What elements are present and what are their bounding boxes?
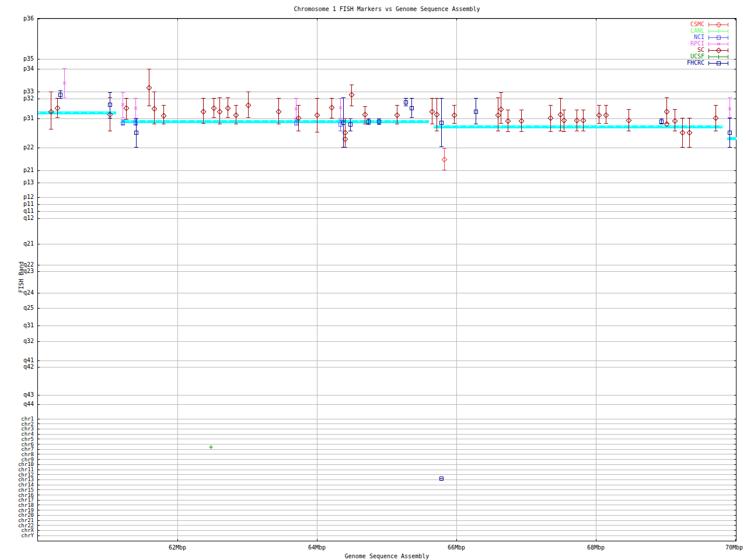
error-bar-cap — [315, 98, 319, 99]
error-bar-cap — [597, 123, 601, 124]
error-bar-cap — [338, 98, 343, 99]
marker-square — [659, 120, 664, 124]
error-bar-cap — [277, 124, 281, 124]
error-bar-cap — [296, 131, 301, 131]
error-bar-cap — [439, 98, 444, 99]
error-bar-cap — [49, 92, 53, 92]
error-bar-cap — [58, 90, 62, 91]
error-bar-cap — [549, 105, 553, 106]
y-tick-label: p35 — [4, 56, 34, 62]
error-bar-cap — [728, 97, 732, 98]
error-bar-cap — [442, 148, 446, 149]
error-bar-cap — [330, 118, 334, 118]
legend-label-sc: SC — [662, 47, 704, 53]
error-bar-cap — [212, 117, 216, 118]
error-bar-cap — [562, 131, 566, 132]
y-tick-label: p22 — [4, 145, 34, 150]
error-bar-cap — [134, 147, 138, 148]
error-bar-cap — [226, 97, 230, 98]
error-bar-cap — [714, 105, 718, 106]
error-bar-cap — [121, 120, 125, 120]
fish-band-line — [727, 137, 736, 140]
marker-square — [474, 110, 478, 114]
error-bar-cap — [350, 85, 354, 85]
marker-square — [121, 121, 125, 125]
error-bar-cap — [338, 131, 343, 131]
marker-square — [439, 477, 444, 481]
marker-square — [294, 121, 298, 125]
error-bar-cap — [296, 105, 301, 106]
marker-square — [366, 120, 371, 124]
error-bar-cap — [474, 98, 478, 99]
marker-square — [348, 123, 352, 127]
error-bar-cap — [341, 97, 345, 98]
legend-label-fhcrc: FHCRC — [662, 60, 704, 66]
error-bar-cap — [659, 124, 664, 124]
plot-area: p36p35p34p33p32p31p22p21p13p12p11q11q12q… — [0, 0, 747, 560]
error-bar-cap — [246, 117, 250, 118]
error-bar-cap — [474, 124, 478, 124]
marker-square — [58, 93, 62, 97]
error-bar-cap — [147, 69, 151, 69]
legend-sample-cap — [708, 61, 709, 65]
legend-sample-cap — [728, 48, 728, 52]
error-bar-cap — [558, 98, 563, 99]
y-tick-label: p12 — [4, 194, 34, 200]
error-bar-cap — [62, 68, 67, 69]
error-bar-cap — [452, 105, 456, 106]
error-bar-cap — [343, 118, 347, 119]
x-tick-label: 62Mbp — [169, 545, 186, 551]
y-tick-label: q32 — [4, 338, 34, 344]
y-tick-label: q21 — [4, 241, 34, 247]
error-bar-cap — [226, 117, 230, 118]
y-tick-label: p31 — [4, 116, 34, 121]
error-bar-cap — [496, 97, 500, 98]
legend-sample-cap — [708, 48, 709, 52]
marker-square — [341, 121, 345, 125]
marker-square — [717, 61, 721, 65]
legend-sample-cap — [708, 29, 709, 33]
legend-sample-cap — [728, 36, 728, 40]
marker-arm — [718, 29, 719, 33]
marker-square — [439, 121, 444, 125]
error-bar-cap — [439, 146, 444, 147]
error-bar-cap — [201, 98, 205, 99]
x-tick-label: 70Mbp — [725, 545, 743, 551]
error-bar-cap — [377, 124, 381, 125]
error-bar-cap — [108, 92, 112, 93]
error-bar-cap — [147, 106, 151, 106]
error-bar-cap — [604, 123, 608, 124]
error-bar-cap — [714, 131, 718, 131]
legend-label-csmc: CSMC — [662, 22, 704, 27]
y-tick-label: q22 — [4, 262, 34, 268]
x-tick-label: 64Mbp — [308, 545, 326, 551]
error-bar-cap — [442, 170, 446, 170]
error-bar-cap — [404, 106, 408, 106]
marker-arm — [718, 55, 719, 59]
error-bar-cap — [108, 131, 112, 131]
error-bar-cap — [246, 92, 250, 92]
error-bar-cap — [124, 119, 128, 120]
legend-label-ucsf: UCSF — [662, 54, 704, 60]
error-bar-cap — [338, 118, 343, 118]
x-tick-label: 68Mbp — [587, 545, 605, 551]
error-bar-cap — [575, 131, 579, 131]
legend-sample-cap — [728, 55, 728, 59]
legend-sample-cap — [708, 23, 709, 27]
y-tick-label: p21 — [4, 167, 34, 173]
y-tick-label: q31 — [4, 323, 34, 328]
fish-band-line-dashes — [121, 121, 429, 121]
legend-sample-cap — [728, 42, 728, 46]
error-bar-cap — [410, 98, 414, 99]
error-bar-cap — [218, 97, 222, 98]
y-tick-label: chrY — [4, 533, 34, 538]
error-bar-cap — [134, 118, 138, 119]
error-bar-cap — [680, 118, 685, 118]
error-bar-cap — [134, 98, 138, 99]
plot-border — [37, 18, 736, 541]
y-tick-label: q41 — [4, 358, 34, 363]
error-bar-cap — [410, 117, 414, 118]
error-bar-cap — [627, 131, 631, 131]
error-bar-cap — [562, 110, 566, 110]
legend-sample-cap — [728, 29, 728, 33]
